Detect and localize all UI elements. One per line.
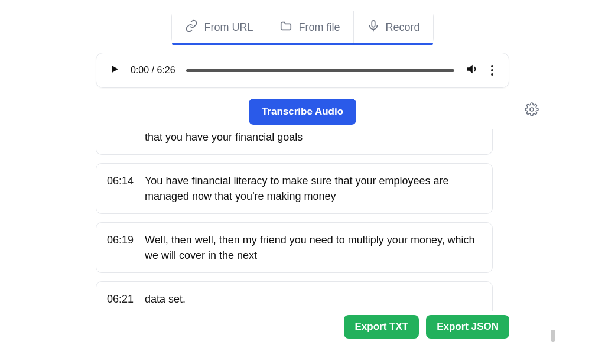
- transcript-list[interactable]: that you have your financial goals 06:14…: [96, 129, 509, 311]
- audio-player: 0:00 / 6:26: [96, 53, 509, 88]
- segment-text: Well, then well, then my friend you need…: [145, 232, 482, 263]
- segment-timestamp: 06:14: [107, 173, 135, 204]
- action-row: Transcribe Audio: [96, 99, 509, 125]
- segment-text: You have financial literacy to make sure…: [145, 173, 482, 204]
- link-icon: [185, 20, 198, 35]
- tab-from-file[interactable]: From file: [266, 11, 353, 44]
- tab-from-url-label: From URL: [204, 21, 253, 34]
- segment-timestamp: 06:21: [107, 291, 135, 307]
- tab-from-url[interactable]: From URL: [172, 11, 266, 44]
- audio-more-menu[interactable]: [489, 63, 496, 78]
- svg-rect-0: [372, 21, 375, 27]
- segment-text: that you have your financial goals: [145, 129, 482, 145]
- gear-icon: [525, 108, 539, 118]
- microphone-icon: [367, 20, 380, 35]
- tab-record[interactable]: Record: [353, 11, 433, 44]
- tab-from-file-label: From file: [298, 21, 340, 34]
- source-tabs: From URL From file Record: [171, 11, 433, 44]
- transcript-segment: that you have your financial goals: [96, 129, 493, 155]
- page-scrollbar-thumb[interactable]: [551, 330, 555, 342]
- svg-point-2: [530, 108, 534, 111]
- export-txt-button[interactable]: Export TXT: [344, 315, 419, 339]
- tab-active-indicator: [172, 43, 432, 45]
- app-container: From URL From file Record 0:00 / 6:26: [96, 11, 509, 364]
- segment-timestamp: [107, 129, 135, 145]
- transcript-segment: 06:21 data set.: [96, 281, 493, 311]
- tab-record-label: Record: [386, 21, 420, 34]
- audio-seek-track[interactable]: [186, 69, 454, 72]
- export-json-button[interactable]: Export JSON: [426, 315, 509, 339]
- settings-button[interactable]: [525, 102, 539, 119]
- volume-button[interactable]: [465, 63, 478, 78]
- transcript-segment: 06:19 Well, then well, then my friend yo…: [96, 222, 493, 273]
- export-row: Export TXT Export JSON: [96, 315, 509, 339]
- audio-current-time: 0:00: [131, 65, 149, 75]
- transcript-segment: 06:14 You have financial literacy to mak…: [96, 163, 493, 214]
- audio-duration: 6:26: [157, 65, 175, 75]
- play-button[interactable]: [109, 64, 120, 77]
- transcribe-button[interactable]: Transcribe Audio: [249, 99, 356, 125]
- folder-icon: [279, 20, 292, 35]
- segment-text: data set.: [145, 291, 482, 307]
- tabs-wrapper: From URL From file Record: [96, 11, 509, 44]
- audio-time-display: 0:00 / 6:26: [131, 65, 175, 76]
- segment-timestamp: 06:19: [107, 232, 135, 263]
